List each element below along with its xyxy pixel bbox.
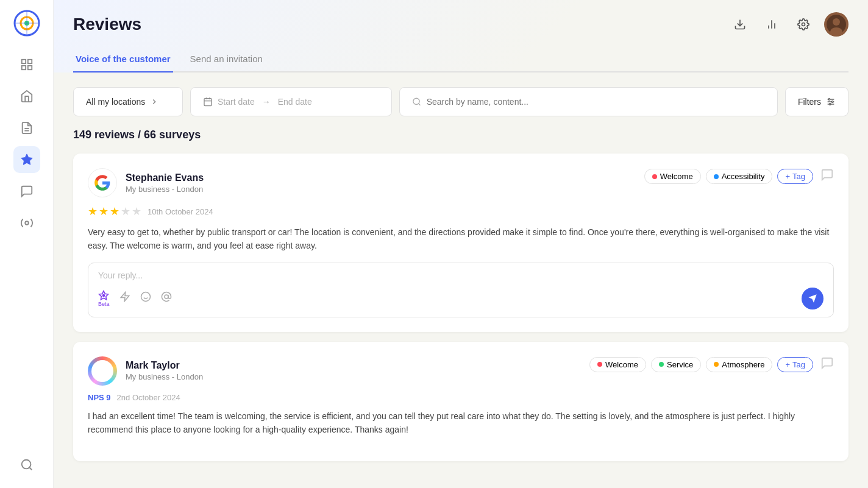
reviewer-details: Mark Taylor My business - London <box>126 360 203 381</box>
filters-bar: All my locations Start date → End date F… <box>73 87 848 116</box>
tag-dot-welcome-2 <box>597 362 602 367</box>
svg-rect-5 <box>21 60 25 63</box>
sidebar-item-chat[interactable] <box>13 178 40 205</box>
reply-icons: Beta <box>98 290 172 307</box>
reviewer-name: Stephanie Evans <box>126 172 204 183</box>
review-date-2: 2nd October 2024 <box>117 393 180 402</box>
svg-point-12 <box>25 221 29 225</box>
svg-marker-36 <box>121 292 129 302</box>
svg-rect-6 <box>27 60 31 63</box>
tag-label-welcome-2: Welcome <box>605 360 638 369</box>
sidebar-item-tools[interactable] <box>13 210 40 236</box>
review-text-2: I had an excellent time! The team is wel… <box>88 409 834 437</box>
page-title: Reviews <box>73 15 141 34</box>
svg-point-40 <box>165 295 168 299</box>
sidebar-item-document[interactable] <box>13 115 40 141</box>
star-1: ★ <box>88 205 98 218</box>
tag-welcome[interactable]: Welcome <box>644 169 701 184</box>
tag-label-service: Service <box>667 360 693 369</box>
search-input[interactable] <box>427 97 765 107</box>
svg-marker-11 <box>21 154 32 164</box>
source-logo <box>88 356 117 386</box>
rating-row: ★ ★ ★ ★ ★ 10th October 2024 <box>88 205 834 218</box>
tag-accessibility[interactable]: Accessibility <box>706 169 773 184</box>
tag-dot-service <box>659 362 664 367</box>
tag-welcome-2[interactable]: Welcome <box>589 357 646 372</box>
sidebar-item-dashboard[interactable] <box>13 51 40 78</box>
svg-point-35 <box>102 294 105 297</box>
mention-button[interactable] <box>161 291 172 305</box>
tag-dot-accessibility <box>714 174 719 179</box>
reviewer-business: My business - London <box>126 372 203 381</box>
tag-service[interactable]: Service <box>651 357 701 372</box>
svg-point-21 <box>833 18 840 26</box>
tabs-bar: Voice of the customer Send an invitation <box>73 46 848 72</box>
reviewer-name: Mark Taylor <box>126 360 203 371</box>
svg-point-32 <box>828 99 830 101</box>
send-reply-button[interactable] <box>802 288 824 309</box>
download-button[interactable] <box>729 13 751 35</box>
header-actions <box>729 12 848 37</box>
star-2: ★ <box>99 205 108 218</box>
page-header: Reviews <box>54 0 868 72</box>
svg-point-27 <box>413 98 419 104</box>
app-logo[interactable] <box>13 10 40 37</box>
star-3: ★ <box>110 205 119 218</box>
review-header: Stephanie Evans My business - London Wel… <box>88 168 834 197</box>
review-date: 10th October 2024 <box>148 207 213 216</box>
locations-label: All my locations <box>86 97 145 107</box>
star-5: ★ <box>132 205 141 218</box>
settings-button[interactable] <box>792 13 814 35</box>
review-tags: Welcome Service Atmosphere + Tag <box>589 356 834 373</box>
svg-rect-23 <box>204 99 212 106</box>
star-rating: ★ ★ ★ ★ ★ <box>88 205 141 218</box>
search-filter[interactable] <box>399 87 778 116</box>
sidebar-item-reviews[interactable] <box>13 146 40 173</box>
sidebar-bottom <box>13 451 40 478</box>
reply-placeholder: Your reply... <box>98 271 824 280</box>
svg-rect-7 <box>21 66 25 69</box>
review-tags: Welcome Accessibility + Tag <box>644 168 834 185</box>
main-content: Reviews <box>54 0 868 488</box>
reviewer-details: Stephanie Evans My business - London <box>126 172 204 194</box>
tag-atmosphere[interactable]: Atmosphere <box>706 357 772 372</box>
svg-point-19 <box>802 23 805 26</box>
tag-label-welcome: Welcome <box>660 172 693 181</box>
svg-point-33 <box>831 101 833 103</box>
filters-label: Filters <box>798 97 821 107</box>
header-top: Reviews <box>73 12 848 37</box>
advanced-filters-button[interactable]: Filters <box>785 87 848 116</box>
start-date-label: Start date <box>218 97 255 107</box>
reviewer-info: Stephanie Evans My business - London <box>88 168 204 197</box>
tab-voice-of-customer[interactable]: Voice of the customer <box>73 46 173 72</box>
date-range-filter[interactable]: Start date → End date <box>190 87 392 116</box>
svg-rect-8 <box>27 66 31 69</box>
stats-text: 149 reviews / 66 surveys <box>73 129 848 141</box>
sidebar-item-search[interactable] <box>13 451 40 478</box>
chart-button[interactable] <box>761 13 783 35</box>
rating-row-2: NPS 9 2nd October 2024 <box>88 393 834 402</box>
beta-label: Beta <box>98 301 110 307</box>
review-header: Mark Taylor My business - London Welcome… <box>88 356 834 386</box>
user-avatar[interactable] <box>824 12 848 37</box>
add-tag-button[interactable]: + Tag <box>777 169 813 184</box>
add-tag-label: Tag <box>792 172 805 181</box>
tab-send-invitation[interactable]: Send an invitation <box>188 46 265 72</box>
svg-line-14 <box>29 467 32 470</box>
review-comment-icon[interactable] <box>820 168 834 185</box>
emoji-button[interactable] <box>140 291 151 305</box>
nps-badge: NPS 9 <box>88 393 111 402</box>
tag-dot-atmosphere <box>714 362 719 367</box>
end-date-label: End date <box>278 97 312 107</box>
sidebar-item-store[interactable] <box>13 83 40 110</box>
content-area: All my locations Start date → End date F… <box>54 72 868 488</box>
ai-reply-button[interactable]: Beta <box>98 290 110 307</box>
reviewer-info: Mark Taylor My business - London <box>88 356 203 386</box>
review-comment-icon-2[interactable] <box>820 356 834 373</box>
add-tag-label-2: Tag <box>792 360 805 369</box>
date-arrow: → <box>262 97 271 107</box>
source-logo <box>88 168 117 197</box>
add-tag-button-2[interactable]: + Tag <box>777 357 813 372</box>
locations-filter[interactable]: All my locations <box>73 87 183 116</box>
lightning-button[interactable] <box>119 291 130 305</box>
